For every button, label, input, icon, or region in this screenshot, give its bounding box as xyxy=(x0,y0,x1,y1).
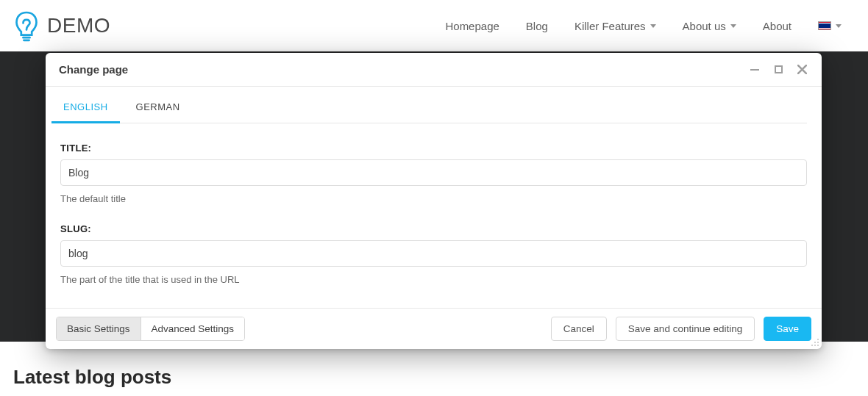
nav-link-label: About us xyxy=(683,20,726,32)
language-tabs: ENGLISH GERMAN xyxy=(60,87,807,123)
svg-point-3 xyxy=(814,342,816,343)
top-nav: DEMO Homepage Blog Killer Features About… xyxy=(0,0,868,51)
tab-advanced-settings[interactable]: Advanced Settings xyxy=(140,317,245,340)
settings-tabs: Basic Settings Advanced Settings xyxy=(56,317,245,341)
nav-link-label: Homepage xyxy=(445,20,499,32)
nav-link-about-us[interactable]: About us xyxy=(683,20,736,32)
tab-label: GERMAN xyxy=(136,101,180,112)
nav-link-about[interactable]: About xyxy=(763,20,791,32)
language-switcher[interactable] xyxy=(818,21,842,30)
nav-link-label: Blog xyxy=(526,20,548,32)
modal-footer: Basic Settings Advanced Settings Cancel … xyxy=(46,308,822,349)
save-button[interactable]: Save xyxy=(764,317,811,341)
nav-link-label: About xyxy=(763,20,791,32)
button-label: Save xyxy=(776,323,799,334)
section-heading: Latest blog posts xyxy=(13,366,171,389)
maximize-icon xyxy=(775,65,783,73)
title-label: TITLE: xyxy=(60,143,807,154)
tab-german[interactable]: GERMAN xyxy=(133,101,183,123)
chevron-down-icon xyxy=(836,24,842,28)
button-label: Cancel xyxy=(563,323,594,334)
svg-point-7 xyxy=(817,345,819,346)
nav-items: Homepage Blog Killer Features About us A… xyxy=(445,20,855,32)
change-page-modal: Change page ENGLISH GERMAN TITLE: The de… xyxy=(46,53,822,349)
nav-link-homepage[interactable]: Homepage xyxy=(445,20,499,32)
modal-header: Change page xyxy=(46,53,822,87)
svg-point-6 xyxy=(814,345,816,346)
brand: DEMO xyxy=(13,10,110,42)
minimize-icon xyxy=(750,69,759,71)
title-input[interactable] xyxy=(60,159,807,186)
slug-label: SLUG: xyxy=(60,223,807,234)
tab-basic-settings[interactable]: Basic Settings xyxy=(57,317,140,340)
close-icon xyxy=(797,65,807,74)
flag-icon xyxy=(818,21,831,30)
window-controls xyxy=(748,63,808,76)
modal-body: ENGLISH GERMAN TITLE: The default title … xyxy=(46,87,822,308)
chevron-down-icon xyxy=(650,24,656,28)
resize-grip-icon[interactable] xyxy=(811,338,819,347)
title-help: The default title xyxy=(60,193,807,204)
cancel-button[interactable]: Cancel xyxy=(551,317,607,341)
field-title: TITLE: The default title xyxy=(60,143,807,204)
modal-title: Change page xyxy=(59,63,128,76)
minimize-button[interactable] xyxy=(748,63,761,76)
field-slug: SLUG: The part of the title that is used… xyxy=(60,223,807,285)
tab-label: Basic Settings xyxy=(67,323,130,334)
nav-link-killer-features[interactable]: Killer Features xyxy=(574,20,656,32)
slug-input[interactable] xyxy=(60,240,807,267)
svg-point-2 xyxy=(817,339,819,340)
svg-point-4 xyxy=(817,342,819,343)
brand-name: DEMO xyxy=(47,14,110,37)
modal-actions: Cancel Save and continue editing Save xyxy=(551,317,811,341)
slug-help: The part of the title that is used in th… xyxy=(60,274,807,285)
button-label: Save and continue editing xyxy=(628,323,742,334)
tab-label: ENGLISH xyxy=(63,101,108,112)
chevron-down-icon xyxy=(730,24,736,28)
svg-point-5 xyxy=(811,345,813,346)
tab-english[interactable]: ENGLISH xyxy=(60,101,111,123)
close-button[interactable] xyxy=(795,63,808,76)
tab-label: Advanced Settings xyxy=(152,323,235,334)
nav-link-label: Killer Features xyxy=(574,20,646,32)
maximize-button[interactable] xyxy=(772,63,785,76)
save-continue-button[interactable]: Save and continue editing xyxy=(616,317,755,341)
logo-icon xyxy=(13,10,40,42)
nav-link-blog[interactable]: Blog xyxy=(526,20,548,32)
